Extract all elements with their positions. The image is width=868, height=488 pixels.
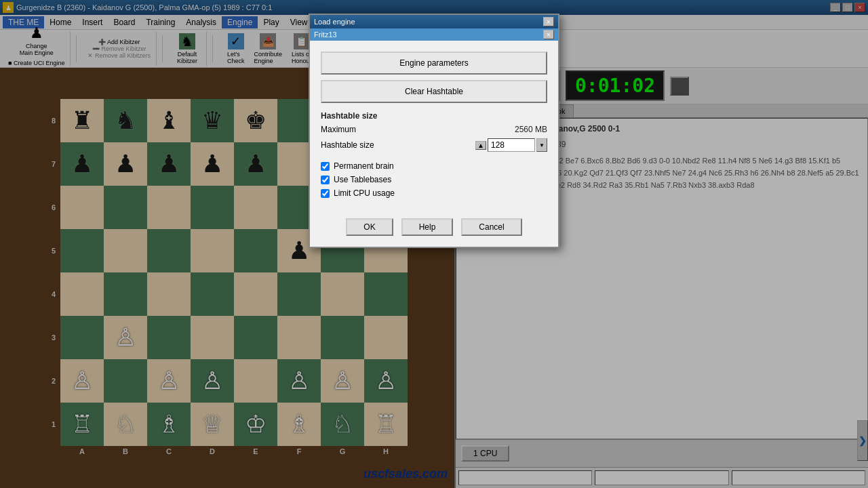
cancel-button[interactable]: Cancel: [461, 218, 521, 236]
hashtable-title: Hashtable size: [321, 111, 547, 121]
use-tablebases-checkbox[interactable]: [321, 176, 330, 184]
dialog-title: Load engine: [314, 18, 355, 26]
limit-cpu-label: Limit CPU usage: [334, 188, 395, 198]
hashtable-dropdown-arrow[interactable]: ▼: [536, 138, 547, 152]
dialog-body: Engine parameters Clear Hashtable Hashta…: [310, 41, 558, 213]
maximum-label: Maximum: [321, 125, 356, 134]
limit-cpu-checkbox[interactable]: [321, 189, 330, 198]
use-tablebases-label: Use Tablebases: [334, 175, 391, 184]
dialog-title-bar: Load engine ×: [310, 15, 558, 28]
checkboxes-area: Permanent brain Use Tablebases Limit CPU…: [321, 161, 547, 198]
engine-params-btn[interactable]: Engine parameters: [321, 52, 547, 75]
dialog-overlay: Load engine × Fritz13 × Engine parameter…: [0, 0, 868, 488]
hashtable-size-label: Hashtable size: [321, 140, 475, 150]
hashtable-up-arrow[interactable]: ▲: [475, 141, 486, 150]
dialog-subtitle-close-btn[interactable]: ×: [543, 30, 554, 39]
dialog-close-btn[interactable]: ×: [543, 17, 554, 26]
hashtable-section: Hashtable size Maximum 2560 MB Hashtable…: [321, 111, 547, 152]
dialog-footer: OK Help Cancel: [310, 213, 558, 247]
hashtable-size-input[interactable]: [488, 138, 535, 152]
hashtable-size-select: ▲ ▼: [475, 138, 547, 152]
permanent-brain-checkbox[interactable]: [321, 162, 330, 171]
hashtable-size-row: Hashtable size ▲ ▼: [321, 138, 547, 152]
dialog-subtitle: Fritz13: [314, 30, 337, 39]
load-engine-dialog: Load engine × Fritz13 × Engine parameter…: [309, 14, 559, 248]
dialog-subtitle-bar: Fritz13 ×: [310, 28, 558, 41]
maximum-row: Maximum 2560 MB: [321, 125, 547, 134]
permanent-brain-row: Permanent brain: [321, 161, 547, 171]
help-button[interactable]: Help: [401, 218, 454, 236]
use-tablebases-row: Use Tablebases: [321, 175, 547, 184]
clear-hashtable-btn[interactable]: Clear Hashtable: [321, 80, 547, 103]
limit-cpu-row: Limit CPU usage: [321, 188, 547, 198]
permanent-brain-label: Permanent brain: [334, 161, 394, 171]
ok-button[interactable]: OK: [346, 218, 393, 236]
maximum-value: 2560 MB: [515, 125, 547, 134]
